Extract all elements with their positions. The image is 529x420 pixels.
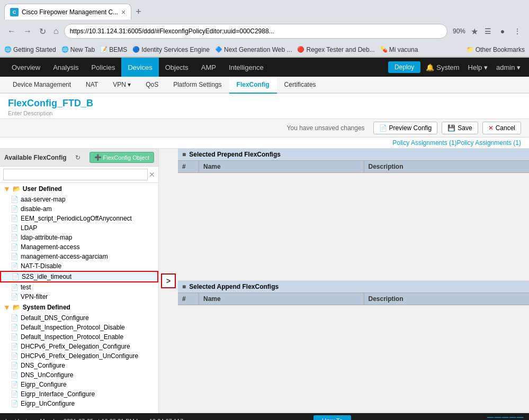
system-button[interactable]: 🔔 System (423, 62, 462, 72)
help-button[interactable]: Help ▾ (465, 62, 491, 72)
nav-overview[interactable]: Overview (5, 58, 47, 77)
flexconfig-object-button[interactable]: ➕ FlexConfig Object (89, 152, 154, 163)
append-section-body (178, 305, 529, 348)
bookmark-icon: 🌐 (61, 46, 69, 53)
tree-item-eigrp-configure[interactable]: 📄 Eigrp_Configure (0, 380, 158, 389)
search-clear-button[interactable]: ✕ (149, 170, 155, 179)
browser-actions: ☰ ● ⋮ (481, 25, 524, 38)
prepend-col-header: # Name Description (178, 161, 529, 173)
prepend-section: ■ Selected Prepend FlexConfigs # Name De… (178, 149, 529, 281)
tree-item-nat-t-disable[interactable]: 📄 NAT-T-Disable (0, 261, 158, 271)
cancel-button[interactable]: ✕ Cancel (482, 122, 521, 134)
policy-assignments-label[interactable]: Policy Assignments (1) (457, 139, 521, 147)
sub-navbar: Device Management NAT VPN ▾ QoS Platform… (0, 77, 529, 94)
extensions-button[interactable]: ☰ (481, 25, 494, 38)
nav-amp[interactable]: AMP (195, 58, 222, 77)
prepend-col-hash: # (178, 161, 199, 172)
tree-scroll-container[interactable]: ▼ 📂 User Defined 📄 aaa-server-map 📄 disa… (0, 183, 158, 413)
folder-open-icon: ▼ (3, 303, 11, 312)
nav-devices[interactable]: Devices (121, 58, 158, 77)
bookmark-getting-started[interactable]: 🌐 Getting Started (4, 46, 56, 53)
sub-nav-qos[interactable]: QoS (138, 77, 166, 94)
bookmark-identity-services[interactable]: 🔵 Identity Services Engine (132, 46, 210, 53)
bookmark-next-gen[interactable]: 🔷 Next Generation Web ... (215, 46, 292, 53)
nav-intelligence[interactable]: Intelligence (222, 58, 270, 77)
system-defined-group[interactable]: ▼ 📂 System Defined (0, 302, 158, 313)
nav-objects[interactable]: Objects (159, 58, 195, 77)
tree-item-default-inspection-enable[interactable]: 📄 Default_Inspection_Protocol_Enable (0, 332, 158, 342)
tree-item-management-access-agarciam[interactable]: 📄 management-access-agarciam (0, 252, 158, 261)
bookmark-other[interactable]: 📁 Other Bookmarks (467, 46, 525, 53)
tree-item-eem[interactable]: 📄 EEM_script_PeriodicLogOffAnyconnect (0, 214, 158, 223)
nav-policies[interactable]: Policies (85, 58, 122, 77)
cisco-logo: ⸻⸻⸻⸻⸻CISCO (487, 413, 524, 420)
tree-item-eigrp-interface[interactable]: 📄 Eigrp_Interface_Configure (0, 389, 158, 399)
tree-item-dhcpv6-unconfigure[interactable]: 📄 DHCPv6_Prefix_Delegation_UnConfigure (0, 351, 158, 361)
active-tab[interactable]: C Cisco Firepower Management C... × (4, 4, 131, 20)
page-description[interactable]: Enter Description (8, 110, 521, 116)
plus-icon: ➕ (94, 154, 102, 161)
how-to-button[interactable]: How To (313, 415, 352, 420)
doc-icon: 📄 (11, 324, 19, 331)
doc-icon: 📄 (11, 293, 19, 300)
sub-nav-vpn[interactable]: VPN ▾ (105, 77, 138, 94)
tree-item-eigrp-unconfigure[interactable]: 📄 Eigrp_UnConfigure (0, 399, 158, 408)
bookmark-new-tab[interactable]: 🌐 New Tab (61, 46, 95, 53)
new-tab-button[interactable]: + (136, 6, 141, 17)
preview-config-button[interactable]: 📄 Preview Config (373, 122, 438, 134)
bookmark-mi-vacuna[interactable]: 💊 Mi vacuna (380, 46, 418, 53)
tree-item-s2s-idle-timeout[interactable]: 📄 S2S_idle_timeout (0, 271, 158, 282)
refresh-button[interactable]: ↻ (37, 25, 48, 38)
tree-item-management-access[interactable]: 📄 Management-access (0, 242, 158, 252)
nav-analysis[interactable]: Analysis (47, 58, 85, 77)
refresh-icon[interactable]: ↻ (75, 154, 80, 161)
tree-item-aaa[interactable]: 📄 aaa-server-map (0, 195, 158, 204)
profile-button[interactable]: ● (496, 25, 509, 38)
policy-assignments-link[interactable]: Policy Assignments (1) (392, 139, 456, 147)
admin-button[interactable]: admin ▾ (493, 62, 524, 72)
add-to-config-button[interactable]: > (161, 273, 176, 288)
bookmark-icon: 🔴 (297, 46, 304, 53)
bookmark-label: Next Generation Web ... (224, 46, 292, 53)
address-input[interactable] (64, 24, 447, 39)
sub-nav-certificates[interactable]: Certificates (277, 77, 324, 94)
sub-nav-flexconfig[interactable]: FlexConfig (229, 77, 277, 94)
bookmark-icon: 📝 (100, 46, 107, 53)
tree-item-ldap[interactable]: 📄 LDAP (0, 223, 158, 233)
doc-icon: 📄 (11, 381, 19, 388)
tree-item-ldap-attr[interactable]: 📄 ldap-attribute-map (0, 233, 158, 242)
save-button[interactable]: 💾 Save (442, 122, 478, 134)
tree-item-dns-unconfigure[interactable]: 📄 DNS_UnConfigure (0, 370, 158, 380)
tree-item-default-dns[interactable]: 📄 Default_DNS_Configure (0, 313, 158, 323)
sub-nav-device-management[interactable]: Device Management (5, 77, 78, 94)
zoom-level: 90% (451, 28, 468, 35)
menu-button[interactable]: ⋮ (511, 25, 524, 38)
bookmark-bems[interactable]: 📝 BEMS (100, 46, 127, 53)
search-input[interactable] (3, 169, 148, 180)
sub-nav-platform-settings[interactable]: Platform Settings (166, 77, 229, 94)
tree-item-dhcpv6-configure[interactable]: 📄 DHCPv6_Prefix_Delegation_Configure (0, 342, 158, 351)
bookmark-button[interactable]: ★ (471, 26, 478, 36)
bookmark-regex[interactable]: 🔴 Regex Tester and Deb... (297, 46, 374, 53)
last-login-text: Last login on Monday, 2021-07-05 at 16:0… (5, 418, 183, 420)
deploy-button[interactable]: Deploy (388, 61, 420, 73)
close-tab-button[interactable]: × (121, 8, 125, 16)
user-defined-group[interactable]: ▼ 📂 User Defined (0, 183, 158, 195)
tree-item-dns-configure[interactable]: 📄 DNS_Configure (0, 361, 158, 370)
forward-button[interactable]: → (21, 25, 34, 37)
home-button[interactable]: ⌂ (51, 25, 61, 37)
tree-item-test[interactable]: 📄 test (0, 282, 158, 292)
back-button[interactable]: ← (5, 25, 18, 37)
folder-open-icon: ▼ (3, 185, 11, 193)
tree-item-disable-am[interactable]: 📄 disable-am (0, 204, 158, 214)
doc-icon: 📄 (11, 196, 19, 203)
address-bar: ← → ↻ ⌂ 90% ★ ☰ ● ⋮ (0, 20, 529, 42)
doc-icon: 📄 (11, 352, 19, 360)
append-section: ■ Selected Append FlexConfigs # Name Des… (178, 281, 529, 413)
bookmark-icon: 💊 (380, 46, 388, 53)
sub-nav-nat[interactable]: NAT (78, 77, 105, 94)
preview-icon: 📄 (379, 124, 387, 132)
tree-item-vpn-filter[interactable]: 📄 VPN-filter (0, 292, 158, 302)
append-section-title: Selected Append FlexConfigs (189, 283, 279, 290)
tree-item-default-inspection-disable[interactable]: 📄 Default_Inspection_Protocol_Disable (0, 323, 158, 332)
